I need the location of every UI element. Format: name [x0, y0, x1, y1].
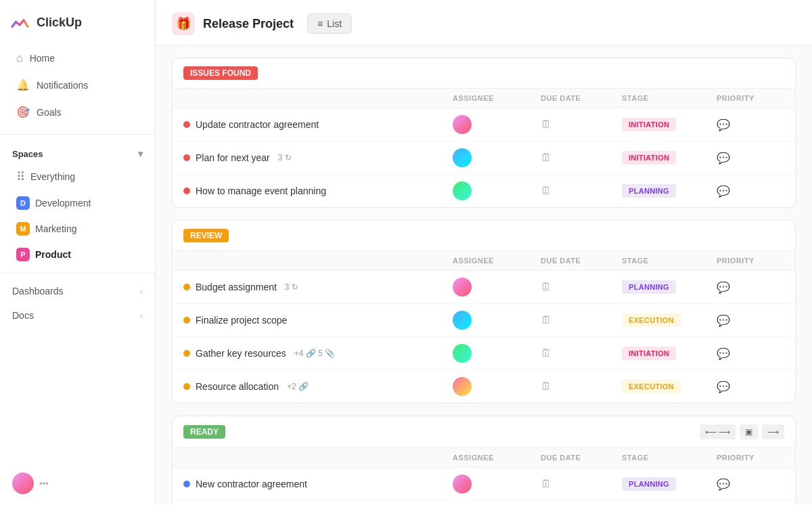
col-header-priority-3: PRIORITY [717, 454, 784, 462]
ready-badge: READY [183, 425, 225, 439]
comment-icon: 💬 [717, 315, 730, 326]
task-due-date: 🗓 [541, 118, 622, 131]
task-priority: 💬 [717, 478, 784, 491]
chevron-down-icon[interactable]: ▾ [138, 148, 143, 159]
task-name[interactable]: Update contractor agreement [183, 119, 453, 130]
user-avatar-area[interactable]: ••• [0, 462, 155, 505]
task-priority: 💬 [717, 152, 784, 164]
main-content: 🎁 Release Project ≡ List ISSUES FOUND AS… [156, 0, 812, 505]
project-icon: 🎁 [172, 12, 195, 35]
marketing-badge: M [16, 222, 30, 236]
col-header-duedate-1: DUE DATE [541, 94, 622, 102]
sidebar-item-dashboards[interactable]: Dashboards › [0, 279, 155, 303]
bell-icon: 🔔 [16, 79, 30, 91]
sidebar-item-goals[interactable]: 🎯 Goals [4, 99, 151, 125]
task-name[interactable]: New contractor agreement [183, 479, 453, 489]
task-due-date: 🗓 [541, 281, 622, 293]
ready-col-headers: ASSIGNEE DUE DATE STAGE PRIORITY [173, 448, 795, 468]
table-row: Finalize project scope 🗓 EXECUTION 💬 [173, 304, 795, 337]
comment-icon: 💬 [717, 152, 730, 164]
col-header-task [183, 94, 453, 102]
issues-found-col-headers: ASSIGNEE DUE DATE STAGE PRIORITY [173, 89, 795, 108]
sidebar-divider-2 [0, 273, 155, 273]
comment-icon: 💬 [717, 119, 730, 131]
stage-badge: PLANNING [622, 184, 676, 198]
sidebar-home-label: Home [30, 53, 55, 64]
task-dot-red [183, 121, 190, 128]
toolbar-btn-2[interactable]: ▣ [740, 424, 758, 439]
task-priority: 💬 [717, 281, 784, 294]
stage-badge: INITIATION [622, 118, 676, 131]
comment-icon: 💬 [717, 185, 730, 197]
task-dot-red [183, 154, 190, 161]
list-label: List [327, 18, 342, 29]
stage-badge: EXECUTION [622, 313, 681, 327]
task-name[interactable]: Gather key resources +4 🔗 5 📎 [183, 348, 453, 359]
app-logo[interactable]: ClickUp [0, 0, 155, 42]
sidebar-item-development[interactable]: D Development [4, 191, 151, 215]
list-icon: ≡ [317, 18, 323, 29]
task-priority: 💬 [717, 347, 784, 360]
section-toolbar: ⟵ ⟶ ▣ ⟶ [700, 424, 784, 439]
calendar-icon: 🗓 [541, 347, 551, 359]
sidebar-item-everything[interactable]: ⠿ Everything [4, 164, 151, 190]
calendar-icon: 🗓 [541, 478, 551, 489]
task-priority: 💬 [717, 185, 784, 198]
task-due-date: 🗓 [541, 314, 622, 326]
col-header-task [183, 454, 453, 462]
task-dot-red [183, 188, 190, 194]
col-header-duedate-2: DUE DATE [541, 257, 622, 265]
task-name[interactable]: Plan for next year 3 ↻ [183, 152, 453, 163]
task-assignee [453, 115, 541, 134]
app-name: ClickUp [37, 16, 82, 30]
task-label: Budget assignment [196, 282, 277, 292]
stage-badge: EXECUTION [622, 380, 681, 393]
task-meta: +4 🔗 5 📎 [294, 349, 335, 358]
sidebar-item-home[interactable]: ⌂ Home [4, 45, 151, 71]
sidebar-item-notifications[interactable]: 🔔 Notifications [4, 72, 151, 98]
task-label: Update contractor agreement [196, 119, 319, 130]
task-assignee [453, 377, 541, 396]
task-label: Gather key resources [196, 348, 286, 359]
review-section: REVIEW ASSIGNEE DUE DATE STAGE PRIORITY … [172, 220, 796, 403]
task-priority: 💬 [717, 118, 784, 131]
review-badge: REVIEW [183, 229, 229, 242]
sidebar-goals-label: Goals [37, 107, 62, 118]
table-row: Gather key resources +4 🔗 5 📎 🗓 INITIATI… [173, 337, 795, 370]
sidebar-item-docs[interactable]: Docs › [0, 303, 155, 328]
sidebar-nav: ⌂ Home 🔔 Notifications 🎯 Goals [0, 42, 155, 129]
sidebar-item-product[interactable]: P Product [4, 242, 151, 267]
spaces-label: Spaces [12, 149, 43, 159]
col-header-priority-1: PRIORITY [717, 94, 784, 102]
task-meta: 3 ↻ [285, 282, 298, 292]
task-name[interactable]: How to manage event planning [183, 185, 453, 196]
task-stage: PLANNING [622, 184, 717, 198]
table-row: Update contractor agreement 🗓 INITIATION… [173, 108, 795, 141]
table-row: Resource allocation +2 🔗 🗓 EXECUTION 💬 [173, 370, 795, 403]
task-name[interactable]: Finalize project scope [183, 315, 453, 326]
calendar-icon: 🗓 [541, 281, 551, 292]
stage-badge: INITIATION [622, 151, 676, 164]
home-icon: ⌂ [16, 52, 23, 64]
table-row: Refresh company website 5 📎 🗓 EXECUTION … [173, 501, 795, 505]
chevron-right-icon-2: › [140, 311, 143, 321]
task-label: Finalize project scope [196, 315, 287, 326]
chevron-right-icon: › [140, 286, 143, 297]
col-header-assignee-1: ASSIGNEE [453, 94, 541, 102]
sidebar-item-marketing[interactable]: M Marketing [4, 217, 151, 241]
task-assignee [453, 181, 541, 200]
development-label: Development [35, 198, 91, 208]
comment-icon: 💬 [717, 479, 730, 490]
avatar [453, 181, 472, 200]
toolbar-btn-3[interactable]: ⟶ [762, 424, 784, 439]
everything-label: Everything [30, 171, 75, 182]
task-meta: 3 ↻ [278, 153, 292, 162]
task-name[interactable]: Budget assignment 3 ↻ [183, 282, 453, 292]
product-label: Product [35, 249, 71, 260]
task-stage: PLANNING [622, 477, 717, 491]
list-view-tab[interactable]: ≡ List [307, 14, 352, 34]
toolbar-btn-1[interactable]: ⟵ ⟶ [700, 424, 736, 439]
task-label: How to manage event planning [196, 185, 326, 196]
task-name[interactable]: Resource allocation +2 🔗 [183, 381, 453, 392]
col-header-stage-1: STAGE [622, 94, 717, 102]
